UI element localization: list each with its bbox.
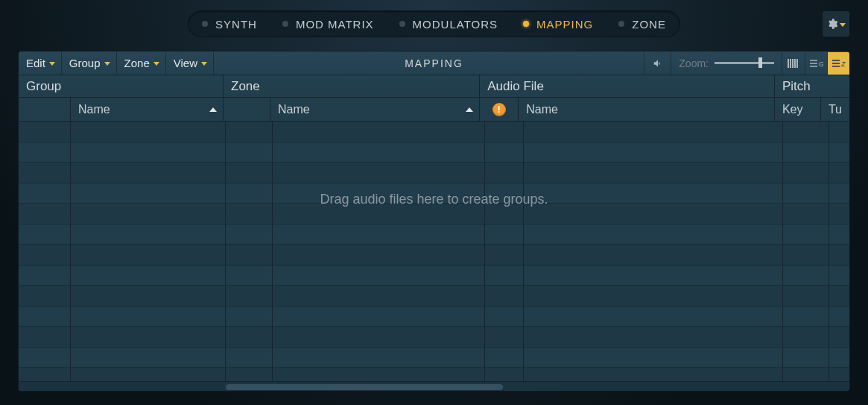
toolbar-title: MAPPING — [405, 57, 463, 69]
zoom-slider-track[interactable] — [715, 62, 774, 64]
svg-rect-3 — [794, 59, 796, 68]
chevron-down-icon — [153, 62, 159, 66]
tab-rail: SYNTH MOD MATRIX MODULATORS MAPPING ZONE — [188, 10, 680, 37]
grid-row — [19, 266, 849, 286]
horizontal-scrollbar[interactable] — [19, 381, 849, 391]
column-headers: Group Name Zone Name Audio File — [19, 75, 849, 122]
zoom-label: Zoom: — [679, 57, 709, 69]
tab-label: MAPPING — [536, 18, 593, 31]
svg-rect-4 — [796, 59, 798, 68]
zoom-slider-handle[interactable] — [758, 57, 762, 68]
sort-ascending-icon — [466, 107, 473, 112]
tab-synth[interactable]: SYNTH — [202, 18, 257, 31]
view-keyboard-button[interactable] — [782, 52, 805, 75]
tab-label: MOD MATRIX — [296, 18, 374, 31]
svg-text:Z: Z — [840, 60, 846, 68]
header-zone[interactable]: Zone — [224, 75, 479, 98]
sub-column-label: Name — [526, 103, 558, 116]
sub-column-audio-name[interactable]: Name — [519, 98, 774, 121]
tab-dot-icon — [618, 21, 624, 27]
grid-row — [19, 183, 849, 204]
menu-edit[interactable]: Edit — [19, 52, 62, 75]
menu-label: Group — [69, 57, 101, 69]
mapping-grid[interactable]: Drag audio files here to create groups. — [19, 122, 849, 391]
gear-icon — [826, 18, 838, 30]
grid-row — [19, 142, 849, 163]
header-audio-file[interactable]: Audio File — [480, 75, 774, 98]
tab-dot-icon — [282, 21, 288, 27]
group-view-icon: G — [810, 59, 823, 68]
sub-column-zone-name[interactable]: Name — [270, 98, 479, 121]
tab-label: SYNTH — [215, 18, 257, 31]
tab-zone[interactable]: ZONE — [618, 18, 666, 31]
menu-zone[interactable]: Zone — [117, 52, 166, 75]
grid-row — [19, 122, 849, 142]
view-group-button[interactable]: G — [805, 52, 827, 75]
settings-button[interactable] — [822, 10, 850, 37]
column-pitch: Pitch Key Tu — [775, 75, 849, 121]
sub-column-label: Name — [78, 103, 110, 116]
menu-view[interactable]: View — [166, 52, 214, 75]
top-tab-bar: SYNTH MOD MATRIX MODULATORS MAPPING ZONE — [0, 10, 868, 37]
keyboard-view-icon — [788, 59, 799, 68]
zoom-control[interactable]: Zoom: — [671, 52, 782, 75]
grid-row — [19, 286, 849, 307]
mapping-panel: Edit Group Zone View MAPPING Zoom: — [18, 51, 850, 392]
tab-dot-icon — [523, 21, 529, 27]
grid-row — [19, 225, 849, 245]
tab-dot-icon — [399, 21, 405, 27]
tab-label: ZONE — [632, 18, 666, 31]
zone-view-icon: Z — [832, 59, 846, 68]
menu-group[interactable]: Group — [62, 52, 117, 75]
sub-column-label: Tu — [829, 103, 842, 116]
column-group: Group Name — [19, 75, 224, 121]
tab-dot-icon — [202, 21, 208, 27]
chevron-down-icon — [104, 62, 110, 66]
column-zone: Zone Name — [224, 75, 480, 121]
tab-label: MODULATORS — [413, 18, 498, 31]
mapping-toolbar: Edit Group Zone View MAPPING Zoom: — [19, 51, 849, 75]
chevron-down-icon — [840, 23, 846, 27]
sub-column-audio-status[interactable]: ! — [480, 98, 519, 121]
sub-column-group-name[interactable]: Name — [71, 98, 223, 121]
grid-row — [19, 163, 849, 183]
grid-row — [19, 245, 849, 266]
sub-column-pitch-key[interactable]: Key — [775, 98, 821, 121]
sub-column-label: Name — [278, 103, 310, 116]
grid-row — [19, 348, 849, 368]
svg-rect-0 — [788, 59, 789, 68]
sub-column-group-blank[interactable] — [19, 98, 71, 121]
warning-icon: ! — [492, 103, 506, 116]
toolbar-right: Zoom: G Z — [644, 51, 849, 75]
menu-label: View — [174, 57, 197, 69]
sub-column-label: Key — [782, 103, 803, 116]
grid-row — [19, 307, 849, 327]
sub-column-zone-blank[interactable] — [224, 98, 270, 121]
tab-modulators[interactable]: MODULATORS — [399, 18, 498, 31]
chevron-down-icon — [201, 62, 207, 66]
sub-column-pitch-tune[interactable]: Tu — [821, 98, 849, 121]
speaker-icon — [651, 58, 665, 69]
audition-button[interactable] — [644, 52, 671, 75]
view-mode-buttons: G Z — [782, 52, 849, 75]
grid-row — [19, 204, 849, 225]
header-pitch[interactable]: Pitch — [775, 75, 849, 98]
tab-mod-matrix[interactable]: MOD MATRIX — [282, 18, 374, 31]
tab-mapping[interactable]: MAPPING — [523, 18, 593, 31]
menu-group: Edit Group Zone View — [19, 52, 214, 75]
chevron-down-icon — [49, 62, 55, 66]
svg-text:G: G — [819, 60, 823, 68]
menu-label: Zone — [124, 57, 150, 69]
header-group[interactable]: Group — [19, 75, 223, 98]
view-zone-button[interactable]: Z — [827, 52, 849, 75]
scrollbar-thumb[interactable] — [226, 384, 503, 390]
sort-ascending-icon — [209, 107, 217, 112]
menu-label: Edit — [26, 57, 45, 69]
svg-rect-2 — [792, 59, 793, 68]
column-audio-file: Audio File ! Name — [480, 75, 775, 121]
grid-rows — [19, 122, 849, 391]
grid-row — [19, 327, 849, 348]
svg-rect-1 — [790, 59, 791, 68]
